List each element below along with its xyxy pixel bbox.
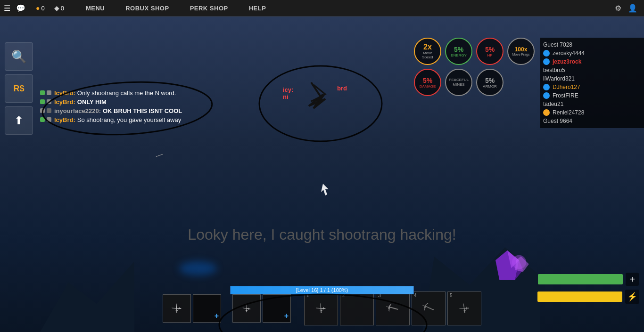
hotbar-slot-extra1[interactable]: ⚔ (163, 294, 191, 323)
stat-value-movefrags: 100x (515, 46, 528, 53)
settings-icon[interactable]: ⚙ (615, 4, 621, 13)
chat-message-1: IcyBrd: Only shootrang calls me the N wo… (40, 89, 182, 97)
main-caption-text: Looky here, I caught shootrang hacking! (188, 226, 456, 243)
player-name-tadeu: tadeu21 (543, 101, 563, 107)
nav-perk-shop[interactable]: PERK SHOP (180, 0, 239, 16)
chat-text-2: ONLY HIM (77, 98, 107, 105)
nav-robux-shop[interactable]: ROBUX SHOP (115, 0, 179, 16)
stat-label-movespeed: MoveSpeed (422, 51, 433, 60)
player-item: Reniel24728 (543, 108, 641, 117)
robux-button[interactable]: R$ (5, 74, 33, 103)
player-item: Guest 7028 (543, 40, 641, 49)
player-name-iiwarlord: iiWarlord321 (543, 75, 575, 82)
svg-marker-8 (321, 184, 329, 195)
weapon-icon-extra3: ⚔ (240, 302, 253, 315)
topbar-right: ⚙ 👤 (615, 4, 644, 13)
weapon-icon-extra1: ⚔ (169, 301, 185, 316)
player-name-zerosky: zerosky4444 (553, 50, 585, 57)
chat-badge-3 (47, 108, 51, 113)
main-caption: Looky here, I caught shootrang hacking! (0, 226, 644, 243)
cave-highlight (179, 261, 217, 275)
upload-button[interactable]: ⬆ (5, 106, 33, 135)
player-item: jezuz3rock (543, 57, 641, 66)
player-name-djhero: DJhero127 (553, 84, 580, 90)
stat-label-peaceful: PEACEFULMINES (449, 78, 469, 87)
points-value: 0 (61, 5, 64, 12)
player-name-guest7028: Guest 7028 (543, 41, 572, 48)
slot-icon-4: ⛏ (421, 301, 436, 316)
chat-message-3: inyourface2220: OK BRUH THIS ISNT COOL (40, 107, 182, 114)
nav-help[interactable]: HELP (239, 0, 277, 16)
chat-dot-1 (40, 90, 45, 95)
stat-value-movespeed: 2x (423, 43, 432, 51)
stat-value-armor: 5% (485, 77, 495, 84)
search-icon: 🔍 (11, 49, 26, 64)
hotbar-slot-extra4[interactable]: + (263, 294, 291, 323)
game-viewport: — 2x MoveSpeed 5% ENERGY 5% HP 100x Move… (0, 16, 644, 332)
player-name-guest9664: Guest 9664 (543, 118, 572, 124)
chat-speaker-1: IcyBrd: (54, 89, 75, 97)
chat-text-1: Only shootrang calls me the N word. (77, 89, 176, 97)
add-icon-extra2: + (215, 312, 219, 320)
player-badge-frostfire (543, 92, 550, 99)
stat-energy: 5% ENERGY (445, 38, 472, 65)
hotbar-slot-extra3[interactable]: ⚔ (232, 294, 261, 323)
stat-hp: 5% HP (476, 38, 504, 65)
lightning-icon: ⚡ (625, 290, 639, 304)
chat-badge-4 (47, 117, 51, 122)
player-name-jezuz: jezuz3rock (553, 58, 581, 65)
stats-panel: 2x MoveSpeed 5% ENERGY 5% HP 100x Move F… (414, 38, 536, 97)
hotbar-slot-4[interactable]: 4 ⛏ (412, 292, 446, 325)
hotbar-slots: ⚔ + ⚔ + 1 ⚔ 2 3 ⛏ (163, 292, 481, 325)
player-label-brd-text: brd (337, 85, 347, 92)
chat-text-4: So shootrang, you gave yourself away (77, 116, 181, 123)
hotbar-slot-1[interactable]: 1 ⚔ (304, 292, 338, 325)
stat-value-damage: 5% (423, 77, 432, 84)
hotbar-slot-2[interactable]: 2 (340, 292, 374, 325)
slot-icon-1: ⚔ (314, 301, 329, 316)
chat-text-3: OK BRUH THIS ISNT COOL (103, 107, 182, 114)
player-name-bestbro: bestbro5 (543, 67, 565, 73)
chat-message-4: IcyBrd: So shootrang, you gave yourself … (40, 116, 182, 123)
points-currency: ◆ 0 (54, 4, 64, 12)
level-bar-container: [Level 16] 1 / 1 (100%) (230, 286, 414, 294)
search-button[interactable]: 🔍 (5, 42, 33, 71)
hotbar-slot-5[interactable]: 5 ⚔ (447, 292, 481, 325)
slot-icon-3: ⛏ (385, 300, 400, 316)
hotbar-slot-extra2[interactable]: + (193, 294, 221, 323)
energy-bar-row: ⚡ (537, 290, 639, 304)
hp-bar-row: + (538, 273, 639, 286)
slot-number-4: 4 (414, 293, 417, 298)
account-icon[interactable]: 👤 (628, 4, 637, 13)
player-badge-reniel (543, 109, 550, 116)
player-item: Guest 9664 (543, 117, 641, 125)
chat-dot-2 (40, 99, 45, 104)
chat-dot-3 (40, 108, 45, 113)
chat-speaker-3: inyourface2220: (54, 107, 101, 114)
player-badge-jezuz (543, 58, 550, 65)
svg-point-5 (259, 66, 382, 141)
stat-damage: 5% DAMAGE (414, 69, 441, 96)
hp-plus-button[interactable]: + (626, 273, 639, 286)
stat-move-frags: 100x Move Frags (507, 38, 535, 65)
right-bars: + ⚡ (537, 273, 639, 304)
add-icon-extra4: + (284, 312, 289, 320)
chat-badge-2 (47, 99, 51, 104)
player-label-icy-text: icy: ni (283, 86, 293, 100)
hamburger-menu-icon[interactable]: ☰ (4, 4, 10, 13)
stat-label-movefrags: Move Frags (512, 53, 530, 57)
upload-icon: ⬆ (14, 114, 24, 127)
player-name-reniel: Reniel24728 (553, 109, 584, 116)
hp-bar (538, 274, 623, 284)
chat-dot-4 (40, 117, 45, 122)
floating-weapon: — (154, 150, 164, 160)
player-item: zerosky4444 (543, 49, 641, 57)
chat-icon[interactable]: 💬 (16, 4, 25, 13)
stat-value-hp: 5% (485, 46, 495, 53)
level-text: [Level 16] 1 / 1 (100%) (296, 287, 348, 293)
hotbar-slot-3[interactable]: 3 ⛏ (376, 292, 410, 325)
stat-label-armor: ARMOR (483, 84, 497, 89)
topbar-left: ☰ 💬 ● 0 ◆ 0 (0, 4, 71, 13)
nav-menu[interactable]: MENU (75, 0, 115, 16)
robux-icon: R$ (13, 84, 24, 94)
